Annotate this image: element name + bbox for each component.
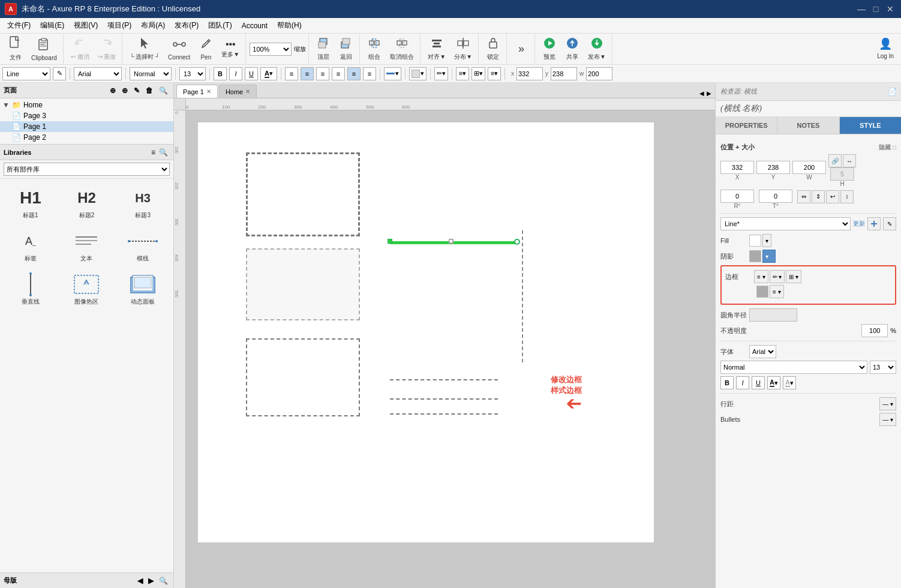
page-item-page3[interactable]: 📄 Page 3 [0,110,173,121]
line-color-button[interactable]: ▾ [384,67,401,80]
flip-button[interactable]: ↔ [843,154,856,167]
lib-item-vline[interactable]: 垂直线 [5,270,56,308]
vertical-dashed-line[interactable] [522,230,523,362]
inspector-font-size-select[interactable]: 13 [870,361,896,374]
w-coord-input[interactable] [586,67,612,80]
select-button[interactable]: └ 选择时 ┘ [126,36,163,62]
page-item-page2[interactable]: 📄 Page 2 [0,132,173,143]
lib-item-h2[interactable]: H2 标题2 [61,184,113,222]
align-right-button[interactable]: ≡ [316,67,329,80]
insp-underline-button[interactable]: U [752,376,765,389]
lib-item-h1[interactable]: H1 标题1 [5,184,56,222]
publish-button[interactable]: 发布▼ [584,36,609,62]
insp-bold-button[interactable]: B [720,376,734,389]
w-input[interactable] [792,161,826,174]
align-bottom-button[interactable]: ≡ [363,67,376,80]
zoom-select[interactable]: 100% 50% 75% 150% 200% [250,43,292,56]
lib-item-label[interactable]: A_ 标签 [5,227,56,265]
lib-item-line[interactable]: 模线 [117,227,169,265]
align-center-button[interactable]: ≡ [301,67,314,80]
pages-edit-icon[interactable]: ✎ [132,86,142,95]
t-input[interactable] [759,190,792,203]
menu-file[interactable]: 文件(F) [2,19,35,32]
lib-item-h3[interactable]: H3 标题3 [117,184,169,222]
lib-item-text[interactable]: 文本 [61,227,113,265]
reset-button[interactable]: ↩ [826,190,839,203]
canvas-scroll[interactable]: 修改边框 样式边框 ➔ [186,110,715,588]
italic-button[interactable]: I [229,67,242,80]
edit-style-button[interactable]: ✎ [53,67,66,80]
create-style-button[interactable] [867,217,881,230]
align-top-button[interactable]: ≡ [332,67,345,80]
menu-help[interactable]: 帮助(H) [272,19,307,32]
dashed-h-line-2[interactable] [390,398,498,400]
inspector-font-style-select[interactable]: Normal [720,361,867,374]
tab-page1-close[interactable]: ✕ [206,88,211,95]
font-family-select[interactable]: Arial [74,67,122,80]
x-position-input[interactable] [720,161,754,174]
fill-dropdown-button[interactable]: ▾ [762,234,771,247]
tab-home[interactable]: Home ✕ [219,85,257,98]
expand-button[interactable]: » [510,36,532,62]
file-button[interactable]: 文件 [5,36,26,62]
lock-button[interactable]: 锁定 [482,36,504,62]
y-coord-input[interactable] [551,67,577,80]
transform-button[interactable]: ↕ [840,190,854,203]
bullets-dropdown[interactable]: — ▾ [879,413,896,426]
canvas-container[interactable]: 0 100 200 300 400 500 600 0 100 200 300 … [174,98,715,588]
top-layer-button[interactable]: 顶层 [313,36,334,62]
dotted-rect-1[interactable] [246,248,360,320]
fill-color-swatch[interactable] [749,235,761,247]
border-style-button[interactable]: ≡▾ [456,67,469,80]
dashed-h-line-1[interactable] [390,379,498,380]
tab-scroll-right[interactable]: ▶ [705,89,713,98]
text-color-button[interactable]: A▾ [260,67,277,80]
pages-add-icon[interactable]: ⊕ [108,86,118,95]
pages-delete-icon[interactable]: 🗑 [144,86,155,95]
group-button[interactable]: 组合 [364,36,385,62]
y-position-input[interactable] [756,161,790,174]
border-color-swatch[interactable] [756,286,768,298]
pen-style-button[interactable]: ✏▾ [434,67,448,80]
pen-button[interactable]: Pen [195,36,217,62]
menu-account[interactable]: Account [237,20,272,31]
tab-notes[interactable]: NOTES [777,117,839,134]
flip-v-button[interactable]: ⇕ [812,190,825,203]
insp-italic-button[interactable]: I [736,376,749,389]
menu-layout[interactable]: 布局(A) [136,19,170,32]
close-button[interactable]: ✕ [884,3,896,15]
menu-project[interactable]: 项目(P) [103,19,136,32]
underline-button[interactable]: U [245,67,258,80]
update-style-link[interactable]: 更新 [853,220,865,228]
lib-item-dynamic[interactable]: 动态面板 [117,270,169,308]
border-align-dropdown[interactable]: ≡ ▾ [770,285,784,298]
border-style-dropdown[interactable]: ≡ ▾ [754,270,768,283]
page-item-home[interactable]: ▼ 📁 Home [0,100,173,110]
menu-team[interactable]: 团队(T) [203,19,236,32]
shadow-color-swatch[interactable] [749,250,761,262]
connect-button[interactable]: Connect [164,36,194,62]
insp-text-color-button[interactable]: A▾ [767,376,780,389]
inspector-font-family-select[interactable]: Arial [749,345,776,358]
tab-style[interactable]: STYLE [840,117,901,134]
lock-ratio-button[interactable]: 🔗 [828,154,842,167]
line-handle-right[interactable] [514,239,520,245]
r-input[interactable] [720,190,754,203]
line-spacing-dropdown[interactable]: — ▾ [879,397,896,410]
insp-font-color-button2[interactable]: A▾ [783,376,796,389]
align-left-button[interactable]: ≡ [285,67,298,80]
dashed-rect-1[interactable] [246,152,360,236]
align-middle-button[interactable]: ≡ [347,67,361,80]
undo-button[interactable]: ↩ 撤消 [67,36,93,62]
menu-view[interactable]: 视图(V) [69,19,103,32]
bold-button[interactable]: B [214,67,227,80]
library-selector[interactable]: 所有部件库 [4,163,170,176]
pages-add2-icon[interactable]: ⊕ [120,86,130,95]
clipboard-button[interactable]: Clipboard [28,36,61,62]
border-pen-dropdown[interactable]: ✏ ▾ [770,270,785,283]
flip-h-button[interactable]: ⇔ [797,190,810,203]
tab-page1[interactable]: Page 1 ✕ [176,85,218,98]
menu-edit[interactable]: 编辑(E) [35,19,69,32]
border-grid-button[interactable]: ⊞▾ [471,67,485,80]
style-name-select[interactable]: Line* [720,217,851,230]
